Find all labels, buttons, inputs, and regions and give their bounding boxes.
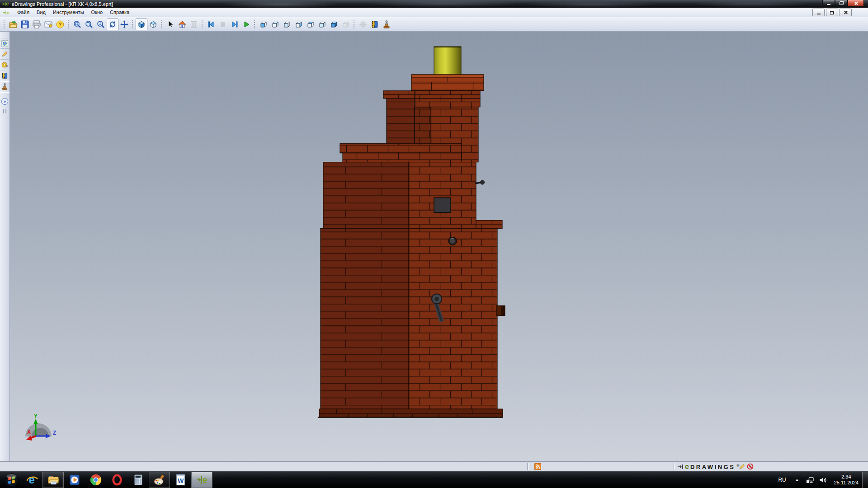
next-icon [230,20,239,29]
components-panel-button[interactable] [0,38,9,49]
taskbar-calculator[interactable]: 0 [127,472,149,488]
cube-back-icon [271,20,280,29]
taskbar-internet-explorer[interactable]: e [21,472,42,488]
section-panel-button[interactable] [0,70,9,81]
shaded-button[interactable] [136,19,147,30]
taskbar-windows-explorer[interactable] [42,472,64,488]
next-view-button[interactable] [229,19,241,30]
document-icon: e [3,9,9,16]
round-vent [448,237,457,245]
play-button[interactable] [241,19,252,30]
taskbar-paint[interactable] [149,472,170,488]
close-icon [844,10,848,14]
mass-properties-button[interactable] [188,19,200,30]
zoom-inout-button[interactable] [95,19,107,30]
panel-grip[interactable] [3,109,6,113]
language-indicator[interactable]: RU [774,477,790,483]
print-button[interactable] [31,19,42,30]
minimize-icon [827,4,830,5]
save-icon [20,20,29,29]
view-back-button[interactable] [269,19,281,30]
side-panel: » [0,32,10,461]
close-button[interactable] [848,0,864,7]
stop-button[interactable] [217,19,229,30]
open-button[interactable] [7,19,19,30]
calculator-icon: 0 [132,474,145,486]
home-view-button[interactable] [176,19,188,30]
toolbar-grip[interactable] [160,19,163,29]
rotate-button[interactable] [107,19,118,30]
volume-icon[interactable] [819,477,827,483]
document-restore-button[interactable] [826,9,838,16]
send-button[interactable] [42,19,54,30]
document-minimize-button[interactable] [812,9,825,16]
view-bottom-button[interactable] [316,19,328,30]
feed-icon[interactable] [534,463,541,470]
move-component-button[interactable] [357,19,369,30]
minimize-button[interactable] [822,0,835,7]
explorer-icon [47,474,60,486]
view-right-button[interactable] [293,19,305,30]
viewport-canvas[interactable]: Y Z X [10,32,868,461]
markup-panel-button[interactable] [0,49,9,60]
tape-measure-icon [1,61,9,69]
view-top-button[interactable] [305,19,316,30]
start-button[interactable] [1,472,21,488]
restore-button[interactable] [835,0,848,7]
clock[interactable]: 2:34 25.11.2024 [834,474,859,486]
svg-text:e: e [203,475,208,485]
toolbar-grip[interactable] [353,19,355,29]
taskbar-chrome[interactable] [85,472,106,488]
svg-text:e: e [28,474,35,486]
wireframe-cube-icon [149,20,158,29]
edrawings-window: e eDrawings Professional - [КП ХК 4,0x8,… [0,0,868,488]
toolbar-grip[interactable] [67,19,70,29]
measure-panel-button[interactable] [0,60,9,70]
markup-pencil-icon[interactable] [739,463,745,470]
taskbar-edrawings[interactable]: e [191,472,212,488]
move-component-icon [359,20,368,29]
pan-button[interactable] [118,19,130,30]
select-button[interactable] [165,19,176,30]
triad-x-label: X [27,429,31,435]
view-left-button[interactable] [281,19,293,30]
no-markup-icon[interactable] [747,463,754,470]
cube-right-icon [294,20,303,29]
taskbar-word[interactable]: W [170,472,191,488]
taskbar: e0We RU 2:34 25.11.2024 [0,471,868,488]
previous-view-button[interactable] [205,19,217,30]
view-isometric-button[interactable] [328,19,340,30]
save-button[interactable] [19,19,31,30]
document-close-button[interactable] [840,9,852,16]
stamp-panel-button[interactable] [0,81,9,92]
stamp-button[interactable] [381,19,392,30]
menu-item-4[interactable]: Справка [106,8,133,16]
menu-item-0[interactable]: Файл [14,8,33,16]
toolbar-grip[interactable] [254,19,256,29]
show-desktop-button[interactable] [862,472,868,488]
svg-text:e: e [6,2,9,7]
taskbar-media-player[interactable] [64,472,85,488]
orientation-triad: Y Z X [25,413,56,441]
toolbar-grip[interactable] [3,19,5,29]
triad-z-label: Z [53,430,56,436]
perspective-button[interactable] [340,19,352,30]
menu-item-2[interactable]: Инструменты [49,8,88,16]
network-icon[interactable] [806,477,814,483]
toolbar-grip[interactable] [132,19,134,29]
zoom-fit-button[interactable] [71,19,83,30]
logo-text: DRAWINGS [690,464,736,470]
hidden-icons-arrow[interactable] [795,479,799,481]
taskbar-opera[interactable] [106,472,127,488]
hidden-lines-button[interactable] [147,19,159,30]
restore-icon [830,11,834,14]
menu-item-1[interactable]: Вид [33,8,49,16]
menu-item-3[interactable]: Окно [88,8,107,16]
zoom-area-button[interactable] [83,19,95,30]
expand-panel-button[interactable]: » [1,98,8,105]
section-button[interactable] [369,19,381,30]
help-button[interactable]: ? [54,19,66,30]
toolbar-grip[interactable] [201,19,203,29]
view-front-button[interactable] [258,19,269,30]
section-icon [1,72,9,80]
